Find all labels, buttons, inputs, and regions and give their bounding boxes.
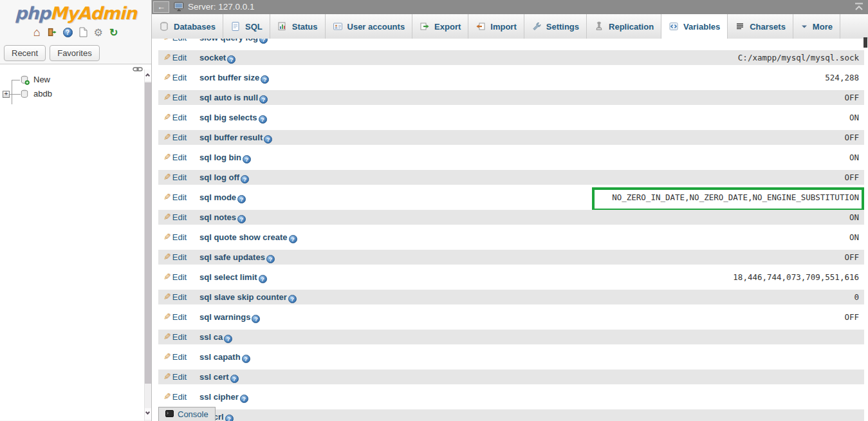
tab-label: Import [490,22,516,32]
pencil-icon: ✎ [163,350,171,364]
variable-name: sql notes [199,212,236,222]
help-icon[interactable]: ? [289,235,297,243]
navigation-tree-panel: New + abdb [0,64,151,420]
edit-link[interactable]: ✎Edit [163,389,199,404]
help-icon[interactable]: ? [261,75,269,84]
expand-toggle-icon[interactable]: + [3,91,10,98]
help-icon[interactable]: ? [237,195,246,203]
edit-link[interactable]: ✎Edit [163,350,199,364]
help-icon[interactable]: ? [230,375,239,383]
sidebar-item-abdb[interactable]: abdb [33,89,52,98]
sql-icon [230,21,241,32]
variable-name: sql log off [199,173,239,182]
phpmyadmin-logo[interactable]: phpMyAdmin [0,0,151,23]
refresh-icon[interactable]: ↻ [109,26,118,39]
variable-value: 524,288 [825,70,859,85]
help-icon[interactable]: ? [237,215,246,223]
help-icon[interactable]: ? [227,55,235,64]
tab-more[interactable]: More [793,14,840,39]
main-scrollbar-thumb[interactable] [863,37,867,48]
help-icon[interactable]: ? [240,395,248,403]
help-icon[interactable]: ? [63,28,73,37]
edit-link[interactable]: ✎Edit [163,90,199,105]
collapse-top-icon[interactable] [854,3,864,13]
help-icon[interactable]: ? [242,355,250,363]
variable-value: ON [849,110,859,125]
variable-name: ssl cipher [199,392,239,402]
edit-link[interactable]: ✎Edit [163,230,199,245]
help-icon[interactable]: ? [243,155,251,164]
logout-door-icon[interactable] [47,27,57,37]
console-button[interactable]: Console [158,407,216,421]
edit-link[interactable]: ✎Edit [163,50,199,65]
help-icon[interactable]: ? [225,415,234,421]
help-icon[interactable]: ? [288,295,297,303]
export-icon [420,21,430,32]
collapse-sidebar-button[interactable]: ← [153,1,169,13]
help-icon[interactable]: ? [259,275,267,283]
tab-variables[interactable]: Variables [661,14,728,39]
table-row: ✎Editsql warnings?OFF [158,310,864,324]
edit-link[interactable]: ✎Edit [163,150,199,165]
help-icon[interactable]: ? [266,255,275,263]
edit-link[interactable]: ✎Edit [163,310,199,324]
edit-link[interactable]: ✎Edit [163,330,199,344]
tab-databases[interactable]: Databases [152,14,223,39]
tab-charsets[interactable]: Charsets [728,14,793,39]
tab-label: Settings [546,22,579,32]
docs-icon[interactable] [79,27,88,37]
edit-link[interactable]: ✎Edit [163,190,199,205]
variable-name: sql mode [199,192,236,202]
tab-status[interactable]: Status [270,14,326,39]
edit-link[interactable]: ✎Edit [163,270,199,285]
table-row: ✎Editssl ca? [158,330,864,344]
tab-label: Variables [683,22,720,32]
favorites-button[interactable]: Favorites [50,45,99,61]
help-icon[interactable]: ? [259,39,268,44]
sidebar-scrollbar-thumb[interactable] [145,82,151,384]
edit-label: Edit [172,232,187,242]
variable-value: 18,446,744,073,709,551,616 [733,270,859,285]
edit-link[interactable]: ✎Edit [163,370,199,384]
tab-label: SQL [245,22,263,32]
help-icon[interactable]: ? [259,115,267,124]
gear-icon[interactable]: ⚙ [94,26,103,39]
table-row: ✎Editssl crl? [158,409,864,421]
sidebar-scrollbar[interactable] [144,70,151,421]
tab-export[interactable]: Export [412,14,468,39]
tab-settings[interactable]: Settings [524,14,587,39]
variable-name: sql safe updates [199,252,265,262]
pencil-icon: ✎ [163,90,171,105]
server-topbar: ← Server: 127.0.0.1 [152,0,868,14]
tree-connector-line [12,80,20,80]
table-row: ✎Editssl cipher? [158,389,864,404]
edit-link[interactable]: ✎Edit [163,110,199,125]
home-icon[interactable]: ⌂ [33,26,41,39]
edit-link[interactable]: ✎Edit [163,170,199,185]
edit-link[interactable]: ✎Edit [163,130,199,145]
tab-label: More [813,22,833,32]
link-icon[interactable] [133,64,143,74]
tab-sql[interactable]: SQL [223,14,270,39]
edit-link[interactable]: ✎Edit [163,250,199,265]
tab-user-accounts[interactable]: User accounts [326,14,413,39]
recent-button[interactable]: Recent [4,45,46,61]
help-icon[interactable]: ? [259,95,268,104]
table-row: ✎Editsql big selects?ON [158,110,864,125]
edit-link[interactable]: ✎Edit [163,210,199,225]
sidebar-item-new[interactable]: New [33,75,50,84]
scroll-up-icon[interactable] [145,70,151,81]
edit-link[interactable]: ✎Edit [163,290,199,304]
edit-link[interactable]: ✎Edit [163,39,199,45]
edit-link[interactable]: ✎Edit [163,70,199,85]
tab-replication[interactable]: Replication [587,14,661,39]
server-breadcrumb: Server: 127.0.0.1 [188,2,255,12]
edit-label: Edit [172,272,187,282]
tab-import[interactable]: Import [468,14,524,39]
help-icon[interactable]: ? [252,315,260,323]
table-row: ✎Editsql buffer result?OFF [158,130,864,145]
scroll-down-icon[interactable] [145,408,151,420]
help-icon[interactable]: ? [264,135,272,144]
help-icon[interactable]: ? [241,175,249,183]
help-icon[interactable]: ? [224,335,232,343]
